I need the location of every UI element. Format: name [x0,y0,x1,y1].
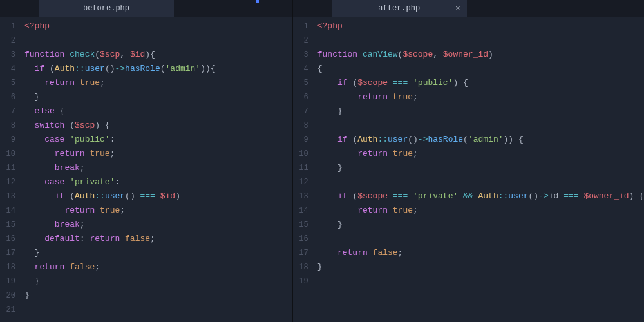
code-line[interactable]: } [24,289,292,303]
code-line[interactable]: return true; [317,90,644,104]
token-plain [317,220,337,229]
code-line[interactable]: return false; [317,246,644,260]
editor-left[interactable]: 123456789101112131415161718192021 <?php … [0,17,292,322]
token-punc: } [337,220,343,229]
code-line[interactable]: return true; [24,147,292,161]
token-punc: , [120,50,130,59]
token-var: $owner_id [443,50,488,59]
token-op: :: [75,64,85,73]
code-left[interactable]: <?php function check($scp, $id){ if (Aut… [22,19,292,322]
code-line[interactable]: return true; [24,76,292,90]
line-number: 16 [0,232,15,246]
code-line[interactable]: case 'private': [24,175,292,189]
token-method: hasRole [125,64,160,73]
code-right[interactable]: <?php function canView($scope, $owner_id… [315,19,644,322]
code-line[interactable]: } [317,260,644,274]
token-plain [317,106,337,116]
code-line[interactable]: return true; [317,147,644,161]
token-kw: return [55,149,85,158]
token-punc: : [115,177,120,187]
code-line[interactable]: if (Auth::user()->hasRole('admin')) { [317,133,644,147]
code-line[interactable]: return true; [317,204,644,218]
tab-after-php[interactable]: after.php × [332,0,467,17]
token-plain [24,120,35,130]
code-line[interactable]: } [24,274,292,289]
token-plain [388,149,393,158]
code-line[interactable] [317,33,644,48]
code-line[interactable] [24,303,292,317]
code-line[interactable]: <?php [24,19,292,33]
token-kw: else [35,106,55,116]
token-punc: : [80,234,90,243]
token-bool: true [393,149,413,158]
line-number: 17 [293,246,308,260]
code-line[interactable]: if ($scope === 'public') { [317,76,644,90]
token-plain [24,262,35,272]
code-line[interactable]: } [317,218,644,232]
token-str: 'admin' [468,135,504,144]
code-line[interactable]: if (Auth::user()->hasRole('admin')){ [24,62,292,76]
line-number: 20 [0,289,15,303]
token-punc: ; [110,149,115,158]
code-line[interactable]: { [317,62,644,76]
code-line[interactable]: if ($scope === 'private' && Auth::user()… [317,189,644,204]
token-plain [388,78,393,88]
token-punc: ) { [95,120,109,130]
token-plain [317,205,357,215]
token-plain [357,50,363,59]
code-line[interactable]: function canView($scope, $owner_id) [317,48,644,62]
right-pane: after.php × 1234567891011121314151617181… [293,0,644,322]
line-number: 3 [0,48,15,62]
token-plain [317,135,337,144]
token-op: === [393,78,408,88]
line-number: 9 [0,133,15,147]
code-line[interactable]: } [317,161,644,175]
code-line[interactable]: <?php [317,19,644,33]
code-line[interactable]: } [24,90,292,104]
left-pane: before.php 12345678910111213141516171819… [0,0,293,322]
code-line[interactable]: switch ($scp) { [24,118,292,133]
token-kw: if [55,191,65,201]
code-line[interactable] [24,33,292,48]
code-line[interactable]: } [317,104,644,118]
code-line[interactable] [317,232,644,246]
token-punc: } [337,163,343,173]
token-plain [24,191,55,201]
code-line[interactable]: else { [24,104,292,118]
code-line[interactable]: } [24,246,292,260]
token-var: $scope [402,50,433,59]
tabbar-right: after.php × [293,0,644,17]
token-bool: true [90,149,109,158]
token-plain [408,191,413,201]
code-line[interactable]: case 'public': [24,133,292,147]
code-line[interactable]: function check($scp, $id){ [24,48,292,62]
code-line[interactable]: return false; [24,260,292,274]
token-str: 'public' [70,135,109,144]
line-number: 14 [0,204,15,218]
token-punc: } [337,106,343,116]
code-line[interactable] [317,118,644,133]
code-line[interactable]: if (Auth::user() === $id) [24,189,292,204]
token-kw: case [44,177,64,187]
code-line[interactable]: return true; [24,204,292,218]
token-op: && [463,191,473,201]
token-str: 'admin' [166,64,201,73]
token-punc: } [35,276,40,286]
code-line[interactable] [317,175,644,189]
token-tag: <?php [317,21,343,31]
token-plain [75,78,80,88]
line-number: 19 [293,274,308,289]
close-icon[interactable]: × [455,4,460,14]
token-plain [388,92,393,102]
token-bool: true [393,205,413,215]
code-line[interactable] [317,274,644,289]
code-line[interactable]: break; [24,218,292,232]
line-number: 5 [293,76,308,90]
token-punc: () [408,135,418,144]
code-line[interactable]: default: return false; [24,232,292,246]
tab-before-php[interactable]: before.php [39,0,174,17]
token-punc: ; [100,78,105,88]
token-plain [24,234,44,243]
code-line[interactable]: break; [24,161,292,175]
editor-right[interactable]: 12345678910111213141516171819 <?php func… [293,17,644,322]
